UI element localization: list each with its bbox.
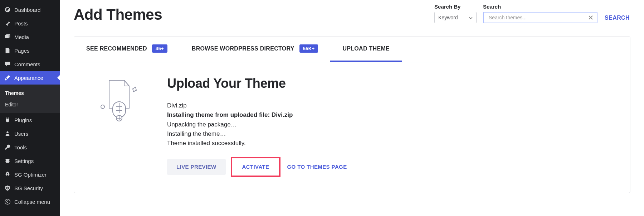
shield-gear-icon (4, 185, 11, 191)
rocket-icon (4, 171, 11, 178)
sidebar-item-label: Media (14, 34, 29, 40)
sidebar-item-label: Collapse menu (14, 199, 50, 205)
activate-button[interactable]: ACTIVATE (233, 159, 279, 175)
brush-icon (4, 75, 11, 81)
sidebar-item-comments[interactable]: Comments (0, 57, 60, 71)
sidebar-item-label: Posts (14, 20, 28, 27)
upload-actions: LIVE PREVIEW ACTIVATE GO TO THEMES PAGE (167, 157, 609, 177)
sidebar-item-label: Plugins (14, 117, 32, 123)
sidebar-item-media[interactable]: Media (0, 30, 60, 44)
svg-point-3 (101, 105, 104, 109)
sidebar-item-pages[interactable]: Pages (0, 44, 60, 57)
close-icon[interactable] (587, 14, 594, 21)
sidebar-item-label: Comments (14, 61, 40, 67)
sidebar-item-label: SG Security (14, 185, 43, 191)
sidebar-item-label: Tools (14, 144, 27, 150)
search-by-label: Search By (434, 4, 477, 10)
sidebar-sub-themes[interactable]: Themes (0, 87, 60, 99)
sidebar-item-sg-security[interactable]: SG Security (0, 181, 60, 195)
sidebar-item-label: Dashboard (14, 7, 40, 13)
status-line-installing: Installing theme from uploaded file: Div… (167, 110, 609, 120)
sidebar-item-label: Settings (14, 158, 34, 164)
go-to-themes-link[interactable]: GO TO THEMES PAGE (287, 164, 347, 170)
comments-icon (4, 61, 11, 67)
tab-upload-theme[interactable]: UPLOAD THEME (330, 37, 402, 62)
tab-label: SEE RECOMMENDED (86, 45, 147, 52)
tools-icon (4, 144, 11, 150)
status-line-unpacking: Unpacking the package… (167, 120, 609, 129)
search-by-value: Keyword (438, 15, 458, 20)
upload-tab-content: Upload Your Theme Divi.zip Installing th… (74, 62, 630, 193)
main-content: Add Themes Search By Keyword Search SEAR… (60, 0, 644, 216)
users-icon (4, 130, 11, 137)
search-by-group: Search By Keyword (434, 4, 477, 23)
topbar: Add Themes Search By Keyword Search SEAR… (74, 4, 630, 23)
search-group: Search (483, 4, 597, 23)
tabs-bar: SEE RECOMMENDED 45+ BROWSE WORDPRESS DIR… (74, 37, 630, 62)
sidebar-item-users[interactable]: Users (0, 127, 60, 140)
sidebar-item-settings[interactable]: Settings (0, 154, 60, 168)
admin-sidebar: Dashboard Posts Media Pages Comments App… (0, 0, 60, 216)
themes-panel: SEE RECOMMENDED 45+ BROWSE WORDPRESS DIR… (74, 36, 630, 193)
settings-icon (4, 158, 11, 164)
sidebar-item-collapse[interactable]: Collapse menu (0, 195, 60, 208)
sidebar-item-label: Users (14, 131, 28, 137)
svg-point-0 (5, 199, 10, 204)
sidebar-item-tools[interactable]: Tools (0, 140, 60, 154)
plug-icon (4, 117, 11, 123)
activate-highlight: ACTIVATE (231, 157, 281, 177)
status-line-installing-theme: Installing the theme… (167, 129, 609, 139)
page-title: Add Themes (74, 6, 162, 23)
sidebar-item-plugins[interactable]: Plugins (0, 113, 60, 127)
search-input-wrap (483, 12, 597, 23)
tab-badge: 45+ (152, 44, 167, 53)
upload-title: Upload Your Theme (167, 76, 609, 91)
search-label: Search (483, 4, 597, 10)
pages-icon (4, 47, 11, 54)
pin-icon (4, 20, 11, 27)
sidebar-sub-editor[interactable]: Editor (0, 99, 60, 110)
search-input[interactable] (484, 13, 597, 23)
upload-illustration-icon (96, 76, 142, 123)
tab-label: UPLOAD THEME (342, 45, 390, 52)
collapse-icon (4, 198, 11, 205)
status-line-file: Divi.zip (167, 101, 609, 110)
search-by-select[interactable]: Keyword (434, 12, 477, 23)
sidebar-submenu: Themes Editor (0, 85, 60, 113)
status-line-success: Theme installed successfully. (167, 139, 609, 148)
chevron-down-icon (469, 15, 473, 20)
dashboard-icon (4, 6, 11, 13)
search-area: Search By Keyword Search SEARCH (434, 4, 630, 23)
tab-browse-directory[interactable]: BROWSE WORDPRESS DIRECTORY 55K+ (180, 37, 331, 62)
sidebar-item-dashboard[interactable]: Dashboard (0, 3, 60, 16)
tab-badge: 55K+ (299, 44, 318, 53)
live-preview-button[interactable]: LIVE PREVIEW (167, 159, 226, 175)
sidebar-item-label: Pages (14, 48, 30, 54)
sidebar-item-label: Appearance (14, 75, 43, 81)
upload-body: Upload Your Theme Divi.zip Installing th… (167, 76, 609, 177)
sidebar-item-sg-optimizer[interactable]: SG Optimizer (0, 168, 60, 181)
tab-recommended[interactable]: SEE RECOMMENDED 45+ (74, 37, 180, 62)
sidebar-item-posts[interactable]: Posts (0, 16, 60, 30)
search-button[interactable]: SEARCH (604, 13, 630, 23)
upload-status: Divi.zip Installing theme from uploaded … (167, 101, 609, 148)
sidebar-item-appearance[interactable]: Appearance (0, 71, 60, 85)
tab-label: BROWSE WORDPRESS DIRECTORY (192, 45, 294, 52)
sidebar-item-label: SG Optimizer (14, 172, 47, 178)
media-icon (4, 34, 11, 40)
